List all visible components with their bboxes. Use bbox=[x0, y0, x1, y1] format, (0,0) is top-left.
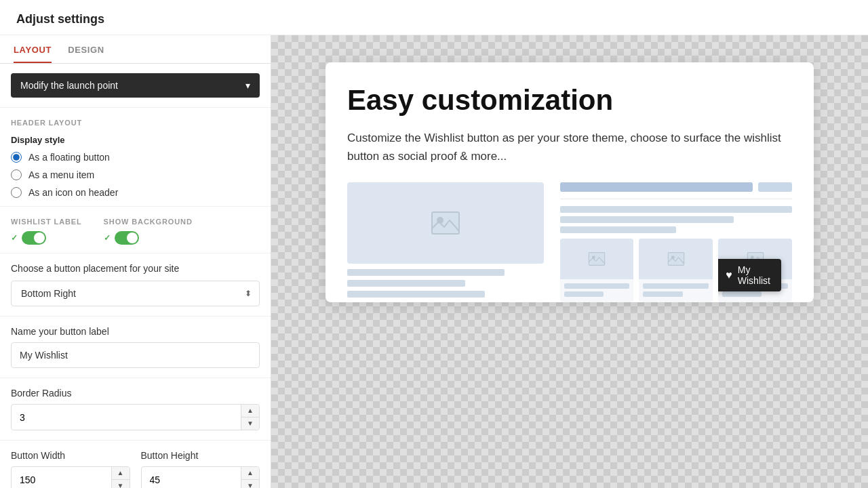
show-background-label-text: SHOW BACKGROUND bbox=[104, 218, 193, 226]
button-height-input[interactable] bbox=[142, 469, 241, 489]
tab-bar: LAYOUT DESIGN bbox=[0, 35, 271, 64]
button-width-spinner: ▲ ▼ bbox=[111, 467, 130, 488]
p2-line-2 bbox=[643, 291, 682, 297]
mockup-r-line-2 bbox=[560, 216, 734, 223]
button-width-up[interactable]: ▲ bbox=[112, 467, 130, 480]
mockup-r-line-1 bbox=[560, 206, 792, 213]
svg-rect-4 bbox=[668, 252, 684, 265]
radio-menu[interactable]: As a menu item bbox=[11, 169, 260, 180]
border-radius-section: Border Radius ▲ ▼ bbox=[0, 378, 271, 441]
mockup-divider bbox=[560, 199, 792, 199]
preview-card: Easy customization Customize the Wishlis… bbox=[326, 62, 814, 302]
svg-rect-0 bbox=[432, 212, 459, 234]
mockup-header-bar bbox=[560, 182, 753, 192]
placement-select[interactable]: Bottom Right Bottom Left Top Right Top L… bbox=[11, 281, 260, 306]
button-label-label: Name your button label bbox=[11, 326, 260, 337]
product-img-2 bbox=[639, 239, 713, 279]
show-background-check-icon: ✓ bbox=[104, 233, 111, 243]
sidebar: LAYOUT DESIGN Modify the launch point HE… bbox=[0, 35, 271, 488]
tab-design[interactable]: DESIGN bbox=[68, 35, 104, 63]
border-radius-down[interactable]: ▼ bbox=[241, 418, 259, 430]
header-layout-section: HEADER LAYOUT Display style As a floatin… bbox=[0, 108, 271, 207]
border-radius-spinner: ▲ ▼ bbox=[241, 405, 259, 430]
button-label-section: Name your button label bbox=[0, 317, 271, 378]
button-height-wrapper: ▲ ▼ bbox=[141, 466, 260, 488]
button-width-input[interactable] bbox=[12, 469, 111, 489]
button-width-col: Button Width ▲ ▼ bbox=[11, 450, 130, 488]
button-height-spinner: ▲ ▼ bbox=[241, 467, 259, 488]
placement-label: Choose a button placement for your site bbox=[11, 263, 260, 274]
p2-line-1 bbox=[643, 283, 709, 289]
wishlist-label-toggle-wrapper: ✓ bbox=[11, 231, 82, 245]
heart-icon: ♥ bbox=[726, 269, 732, 281]
product-img-1 bbox=[560, 239, 634, 279]
radio-floating[interactable]: As a floating button bbox=[11, 152, 260, 163]
mockup-line-1 bbox=[347, 269, 505, 276]
radio-floating-label: As a floating button bbox=[28, 152, 110, 163]
preview-mockup: ♥ My Wishlist bbox=[347, 182, 792, 302]
product-1-lines bbox=[560, 283, 634, 297]
border-radius-input[interactable] bbox=[12, 407, 241, 428]
launch-point-select[interactable]: Modify the launch point bbox=[11, 73, 260, 98]
button-label-input[interactable] bbox=[11, 342, 260, 368]
show-background-toggle[interactable] bbox=[115, 231, 139, 245]
radio-icon[interactable]: As an icon on header bbox=[11, 187, 260, 198]
p3-line-2 bbox=[722, 291, 762, 297]
display-style-radio-group: As a floating button As a menu item As a… bbox=[11, 152, 260, 198]
header-layout-label: HEADER LAYOUT bbox=[11, 119, 260, 127]
tab-layout[interactable]: LAYOUT bbox=[14, 35, 52, 63]
product-card-3: ♥ My Wishlist bbox=[718, 239, 792, 302]
button-width-wrapper: ▲ ▼ bbox=[11, 466, 130, 488]
mockup-header-short bbox=[758, 182, 792, 192]
radio-menu-label: As a menu item bbox=[28, 169, 94, 180]
mockup-line-3 bbox=[347, 291, 485, 298]
product-grid: ♥ My Wishlist bbox=[560, 239, 792, 302]
toggles-section: WISHLIST LABEL ✓ SHOW BACKGROUND ✓ bbox=[0, 207, 271, 253]
radio-icon-label: As an icon on header bbox=[28, 187, 118, 198]
border-radius-label: Border Radius bbox=[11, 388, 260, 399]
border-radius-input-wrapper: ▲ ▼ bbox=[11, 404, 260, 430]
show-background-toggle-wrapper: ✓ bbox=[104, 231, 193, 245]
mockup-lines-right-col bbox=[560, 206, 792, 233]
placement-select-wrapper: Bottom Right Bottom Left Top Right Top L… bbox=[11, 281, 260, 306]
product-card-1 bbox=[560, 239, 634, 302]
svg-rect-2 bbox=[589, 252, 604, 265]
wishlist-btn-label: My Wishlist bbox=[738, 264, 770, 286]
show-background-toggle-group: SHOW BACKGROUND ✓ bbox=[104, 218, 193, 245]
button-dimensions-row: Button Width ▲ ▼ Button Height ▲ bbox=[11, 450, 260, 488]
wishlist-label-text: WISHLIST LABEL bbox=[11, 218, 82, 226]
p1-line-2 bbox=[564, 291, 604, 297]
page-title: Adjust settings bbox=[0, 0, 868, 35]
launch-point-section: Modify the launch point bbox=[0, 64, 271, 108]
preview-panel: Easy customization Customize the Wishlis… bbox=[271, 35, 868, 488]
toggle-row: WISHLIST LABEL ✓ SHOW BACKGROUND ✓ bbox=[11, 218, 260, 245]
button-width-label: Button Width bbox=[11, 450, 130, 461]
radio-floating-input[interactable] bbox=[11, 152, 22, 163]
p1-line-1 bbox=[564, 283, 630, 289]
display-style-heading: Display style bbox=[11, 135, 260, 145]
button-dimensions-section: Button Width ▲ ▼ Button Height ▲ bbox=[0, 441, 271, 488]
button-height-down[interactable]: ▼ bbox=[241, 480, 259, 488]
preview-text: Customize the Wishlist button as per you… bbox=[347, 129, 792, 165]
mockup-lines-right bbox=[560, 206, 792, 233]
mockup-right: ♥ My Wishlist bbox=[552, 182, 792, 302]
placement-section: Choose a button placement for your site … bbox=[0, 253, 271, 317]
mockup-left bbox=[347, 182, 552, 302]
radio-icon-input[interactable] bbox=[11, 187, 22, 198]
launch-point-dropdown-wrapper: Modify the launch point bbox=[11, 73, 260, 98]
radio-menu-input[interactable] bbox=[11, 169, 22, 180]
wishlist-label-toggle[interactable] bbox=[22, 231, 46, 245]
wishlist-float-button[interactable]: ♥ My Wishlist bbox=[718, 259, 781, 291]
button-width-down[interactable]: ▼ bbox=[112, 480, 130, 488]
mockup-r-line-3 bbox=[560, 226, 676, 233]
button-height-col: Button Height ▲ ▼ bbox=[141, 450, 260, 488]
mockup-main-image bbox=[347, 182, 544, 264]
wishlist-label-check-icon: ✓ bbox=[11, 233, 18, 243]
button-height-label: Button Height bbox=[141, 450, 260, 461]
mockup-text-lines bbox=[347, 269, 544, 298]
wishlist-label-toggle-group: WISHLIST LABEL ✓ bbox=[11, 218, 82, 245]
mockup-header bbox=[560, 182, 792, 192]
button-height-up[interactable]: ▲ bbox=[241, 467, 259, 480]
border-radius-up[interactable]: ▲ bbox=[241, 405, 259, 418]
preview-heading: Easy customization bbox=[347, 84, 792, 117]
